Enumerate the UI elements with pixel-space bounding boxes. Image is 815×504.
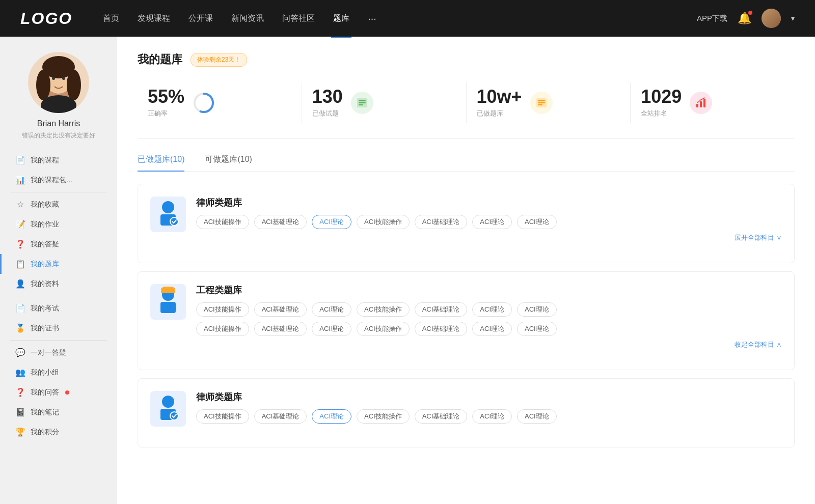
avatar-svg (28, 52, 89, 113)
tag-2-1[interactable]: ACI技能操作 (196, 302, 249, 317)
tag-3-1[interactable]: ACI技能操作 (196, 409, 249, 424)
nav-item-home[interactable]: 首页 (103, 11, 119, 26)
sidebar-item-exam[interactable]: 📄 我的考试 (0, 298, 117, 318)
avatar-image (762, 9, 781, 28)
divider-3 (10, 340, 107, 341)
sidebar-label-questions: 我的问答 (31, 388, 59, 397)
tag-1-4[interactable]: ACI技能操作 (357, 215, 410, 229)
sidebar-label-certificate: 我的证书 (31, 324, 59, 333)
tag-2r-6[interactable]: ACI理论 (472, 322, 512, 336)
stat-rank: 1029 全站排名 (631, 82, 795, 123)
svg-rect-26 (160, 302, 176, 313)
nav-item-more[interactable]: ··· (368, 11, 376, 26)
svg-point-29 (162, 396, 174, 408)
certificate-icon: 🏅 (15, 323, 25, 333)
collapse-link-2[interactable]: 收起全部科目 ∧ (196, 340, 782, 349)
tab-available[interactable]: 可做题库(10) (205, 154, 252, 171)
svg-rect-13 (359, 102, 366, 103)
svg-rect-14 (359, 104, 363, 105)
qbank-card-3: 律师类题库 ACI技能操作 ACI基础理论 ACI理论 ACI技能操作 ACI基… (138, 378, 795, 447)
tag-2-6[interactable]: ACI理论 (472, 302, 512, 317)
sidebar-item-my-qa[interactable]: ❓ 我的答疑 (0, 234, 117, 254)
svg-rect-19 (696, 104, 698, 107)
nav-item-open-course[interactable]: 公开课 (188, 11, 213, 26)
tag-1-6[interactable]: ACI理论 (472, 215, 512, 229)
sidebar-item-certificate[interactable]: 🏅 我的证书 (0, 318, 117, 338)
sidebar-item-profile[interactable]: 👤 我的资料 (0, 274, 117, 294)
tags-row-3: ACI技能操作 ACI基础理论 ACI理论 ACI技能操作 ACI基础理论 AC… (196, 409, 782, 424)
tag-1-7[interactable]: ACI理论 (517, 215, 557, 229)
svg-point-24 (170, 217, 178, 226)
notification-bell[interactable]: 🔔 (738, 12, 751, 25)
1on1-icon: 💬 (15, 348, 25, 357)
tag-3-3[interactable]: ACI理论 (312, 409, 351, 424)
tag-1-2[interactable]: ACI基础理论 (254, 215, 307, 229)
sidebar-label-profile: 我的资料 (31, 279, 59, 289)
tag-2-3[interactable]: ACI理论 (312, 302, 351, 317)
qbank-info-2: 工程类题库 ACI技能操作 ACI基础理论 ACI理论 ACI技能操作 ACI基… (196, 284, 782, 349)
questions-red-dot (65, 390, 69, 395)
tag-3-2[interactable]: ACI基础理论 (254, 409, 307, 424)
sidebar-item-questions[interactable]: ❓ 我的问答 (0, 382, 117, 402)
sidebar-item-course-package[interactable]: 📊 我的课程包... (0, 170, 117, 190)
sidebar-item-homework[interactable]: 📝 我的作业 (0, 214, 117, 234)
tab-done[interactable]: 已做题库(10) (138, 154, 184, 171)
sidebar-item-group[interactable]: 👥 我的小组 (0, 362, 117, 382)
tag-1-3[interactable]: ACI理论 (312, 215, 351, 229)
tag-2r-1[interactable]: ACI技能操作 (196, 322, 249, 336)
tag-3-4[interactable]: ACI技能操作 (357, 409, 410, 424)
qbank-icon-lawyer-1 (150, 197, 186, 232)
sidebar-label-course-package: 我的课程包... (31, 176, 72, 185)
nav-item-qbank[interactable]: 题库 (333, 11, 349, 26)
user-name: Brian Harris (37, 119, 80, 128)
tag-1-5[interactable]: ACI基础理论 (415, 215, 468, 229)
app-download-button[interactable]: APP下载 (697, 14, 727, 23)
tag-2-5[interactable]: ACI基础理论 (415, 302, 468, 317)
tag-2-2[interactable]: ACI基础理论 (254, 302, 307, 317)
user-dropdown-arrow[interactable]: ▾ (791, 14, 795, 22)
tag-1-1[interactable]: ACI技能操作 (196, 215, 249, 229)
nav-item-qa[interactable]: 问答社区 (282, 11, 315, 26)
expand-link-1[interactable]: 展开全部科目 ∨ (196, 233, 782, 242)
tag-3-7[interactable]: ACI理论 (517, 409, 557, 424)
qa-icon: ❓ (15, 239, 25, 249)
tag-2-4[interactable]: ACI技能操作 (357, 302, 410, 317)
user-avatar-nav[interactable] (762, 9, 781, 28)
qbank-header-1: 律师类题库 ACI技能操作 ACI基础理论 ACI理论 ACI技能操作 ACI基… (150, 197, 782, 242)
tag-2r-5[interactable]: ACI基础理论 (415, 322, 468, 336)
sidebar-label-group: 我的小组 (31, 368, 59, 377)
nav-item-discover[interactable]: 发现课程 (138, 11, 170, 26)
svg-point-4 (36, 70, 50, 100)
tag-3-5[interactable]: ACI基础理论 (415, 409, 468, 424)
nav-item-news[interactable]: 新闻资讯 (231, 11, 264, 26)
tag-2r-2[interactable]: ACI基础理论 (254, 322, 307, 336)
qbank-name-1: 律师类题库 (196, 197, 782, 209)
tags-row-1: ACI技能操作 ACI基础理论 ACI理论 ACI技能操作 ACI基础理论 AC… (196, 215, 782, 229)
tag-3-6[interactable]: ACI理论 (472, 409, 512, 424)
sidebar-item-my-course[interactable]: 📄 我的课程 (0, 150, 117, 170)
tag-2r-4[interactable]: ACI技能操作 (357, 322, 410, 336)
notes-icon: 📓 (15, 407, 25, 417)
stat-accuracy: 55% 正确率 (138, 82, 302, 123)
sidebar-item-favorites[interactable]: ☆ 我的收藏 (0, 194, 117, 214)
sidebar-item-qbank[interactable]: 📋 我的题库 (0, 254, 117, 274)
sidebar-label-points: 我的积分 (31, 428, 59, 437)
sidebar-item-1on1[interactable]: 💬 一对一答疑 (0, 343, 117, 362)
sidebar-item-notes[interactable]: 📓 我的笔记 (0, 402, 117, 422)
tag-2r-3[interactable]: ACI理论 (312, 322, 351, 336)
sidebar-item-points[interactable]: 🏆 我的积分 (0, 422, 117, 442)
svg-rect-28 (161, 291, 175, 293)
qbank-icon: 📋 (15, 259, 25, 269)
bell-dot (748, 11, 752, 15)
main-content: 我的题库 体验剩余23天！ 55% 正确率 (117, 37, 815, 504)
sidebar-label-homework: 我的作业 (31, 220, 59, 229)
course-package-icon: 📊 (15, 175, 25, 185)
stat-rank-text: 1029 全站排名 (641, 88, 682, 118)
svg-rect-21 (703, 99, 705, 107)
sidebar-label-1on1: 一对一答疑 (31, 348, 66, 357)
stat-done-banks-value: 10w+ (477, 88, 522, 106)
tag-2-7[interactable]: ACI理论 (517, 302, 557, 317)
tag-2r-7[interactable]: ACI理论 (517, 322, 557, 336)
svg-rect-18 (538, 104, 542, 105)
svg-rect-17 (538, 102, 545, 103)
